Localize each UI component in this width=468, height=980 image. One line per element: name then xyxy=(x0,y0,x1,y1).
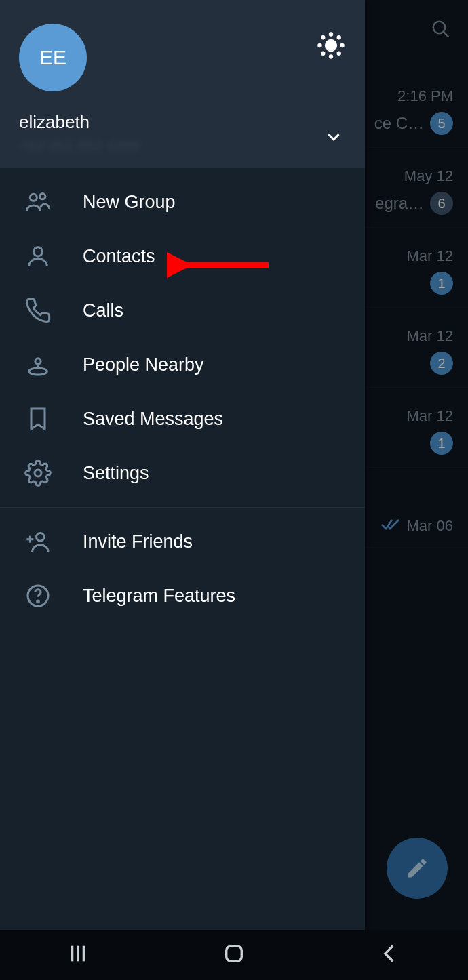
avatar[interactable]: EE xyxy=(19,24,87,91)
people-nearby-icon xyxy=(20,347,56,382)
username-label: elizabeth xyxy=(19,112,346,133)
svg-point-14 xyxy=(35,359,41,364)
help-icon xyxy=(20,578,56,613)
recents-icon xyxy=(66,942,90,965)
svg-point-15 xyxy=(29,368,47,375)
menu-item-invite-friends[interactable]: Invite Friends xyxy=(0,514,365,569)
menu-label: Contacts xyxy=(83,246,155,267)
menu-item-new-group[interactable]: New Group xyxy=(0,175,365,229)
contacts-icon xyxy=(20,239,56,274)
svg-point-6 xyxy=(341,44,344,47)
avatar-initials: EE xyxy=(39,46,66,69)
phone-label: +63 951 882 4368 xyxy=(19,137,346,155)
calls-icon xyxy=(20,293,56,328)
svg-point-13 xyxy=(33,247,42,256)
menu-label: Telegram Features xyxy=(83,586,235,607)
menu-item-telegram-features[interactable]: Telegram Features xyxy=(0,569,365,623)
saved-messages-icon xyxy=(20,401,56,436)
menu-label: Calls xyxy=(83,300,123,321)
drawer-menu: New Group Contacts Calls People Nearby S… xyxy=(0,168,365,930)
menu-label: New Group xyxy=(83,192,176,213)
home-icon xyxy=(222,942,246,965)
svg-point-17 xyxy=(37,533,45,542)
menu-item-people-nearby[interactable]: People Nearby xyxy=(0,338,365,392)
svg-point-7 xyxy=(321,36,324,39)
account-expand-button[interactable] xyxy=(321,125,346,149)
group-icon xyxy=(20,184,56,220)
menu-label: Invite Friends xyxy=(83,531,193,552)
theme-toggle-button[interactable] xyxy=(316,30,346,60)
svg-point-10 xyxy=(338,36,340,39)
nav-recents-button[interactable] xyxy=(66,942,90,968)
svg-point-9 xyxy=(321,52,324,55)
menu-item-calls[interactable]: Calls xyxy=(0,283,365,338)
menu-label: Saved Messages xyxy=(83,409,223,430)
svg-point-21 xyxy=(37,600,39,603)
menu-item-saved-messages[interactable]: Saved Messages xyxy=(0,392,365,446)
menu-section-2: Invite Friends Telegram Features xyxy=(0,508,365,630)
svg-point-3 xyxy=(330,33,332,36)
chevron-down-icon xyxy=(324,127,344,147)
svg-point-2 xyxy=(325,39,337,52)
nav-home-button[interactable] xyxy=(222,942,246,968)
system-nav-bar xyxy=(0,930,468,980)
back-icon xyxy=(378,942,402,965)
nav-back-button[interactable] xyxy=(378,942,402,968)
menu-item-contacts[interactable]: Contacts xyxy=(0,229,365,283)
svg-point-8 xyxy=(338,52,340,55)
navigation-drawer: EE elizabeth +63 951 882 4368 New Group xyxy=(0,0,365,930)
invite-friends-icon xyxy=(20,524,56,559)
menu-label: People Nearby xyxy=(83,354,204,375)
svg-point-12 xyxy=(40,194,45,199)
drawer-header: EE elizabeth +63 951 882 4368 xyxy=(0,0,365,168)
sun-icon xyxy=(316,30,346,60)
svg-point-16 xyxy=(35,470,41,476)
settings-icon xyxy=(20,455,56,491)
svg-point-11 xyxy=(30,194,37,201)
menu-section-1: New Group Contacts Calls People Nearby S… xyxy=(0,168,365,508)
menu-item-settings[interactable]: Settings xyxy=(0,446,365,500)
svg-rect-26 xyxy=(227,946,242,962)
menu-label: Settings xyxy=(83,463,149,484)
svg-point-5 xyxy=(319,44,321,47)
svg-point-4 xyxy=(330,56,332,58)
